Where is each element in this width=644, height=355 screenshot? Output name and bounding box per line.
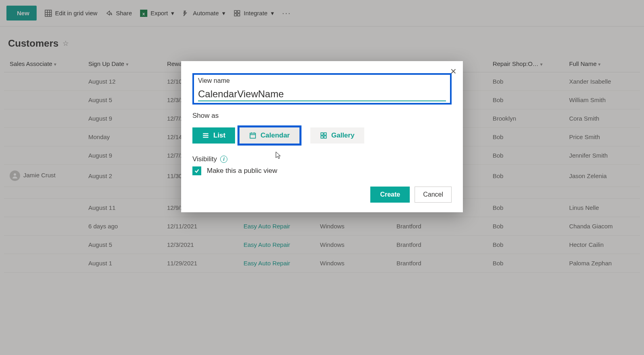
show-as-list[interactable]: List bbox=[192, 127, 235, 144]
info-icon[interactable]: i bbox=[220, 156, 227, 163]
svg-rect-24 bbox=[324, 136, 326, 138]
close-button[interactable]: × bbox=[450, 66, 456, 76]
svg-rect-22 bbox=[324, 133, 326, 135]
list-icon bbox=[202, 132, 209, 139]
svg-rect-17 bbox=[250, 133, 256, 138]
view-name-input[interactable] bbox=[198, 86, 446, 101]
svg-rect-23 bbox=[321, 136, 323, 138]
show-as-options: List Calendar Gallery bbox=[192, 125, 452, 146]
check-icon bbox=[194, 168, 200, 174]
show-as-gallery[interactable]: Gallery bbox=[310, 127, 364, 144]
public-view-checkbox[interactable] bbox=[192, 166, 201, 175]
visibility-row: Visibility i bbox=[192, 155, 452, 163]
create-view-dialog: × View name Show as List Calendar Galler… bbox=[181, 61, 463, 212]
calendar-highlight: Calendar bbox=[237, 125, 301, 146]
public-view-label: Make this a public view bbox=[207, 167, 277, 175]
modal-overlay: × View name Show as List Calendar Galler… bbox=[0, 0, 644, 355]
public-view-row[interactable]: Make this a public view bbox=[192, 166, 452, 175]
calendar-icon bbox=[249, 132, 256, 139]
calendar-label: Calendar bbox=[260, 131, 290, 140]
visibility-label: Visibility bbox=[192, 155, 217, 163]
svg-rect-21 bbox=[321, 133, 323, 135]
list-label: List bbox=[213, 131, 225, 140]
view-name-label: View name bbox=[198, 77, 446, 84]
create-button[interactable]: Create bbox=[370, 187, 410, 203]
show-as-label: Show as bbox=[192, 112, 452, 120]
close-icon: × bbox=[450, 65, 456, 77]
cancel-button[interactable]: Cancel bbox=[415, 187, 452, 203]
gallery-label: Gallery bbox=[331, 131, 355, 140]
view-name-highlight: View name bbox=[192, 73, 452, 105]
show-as-calendar[interactable]: Calendar bbox=[239, 127, 299, 144]
gallery-icon bbox=[320, 132, 327, 139]
dialog-actions: Create Cancel bbox=[192, 187, 452, 203]
